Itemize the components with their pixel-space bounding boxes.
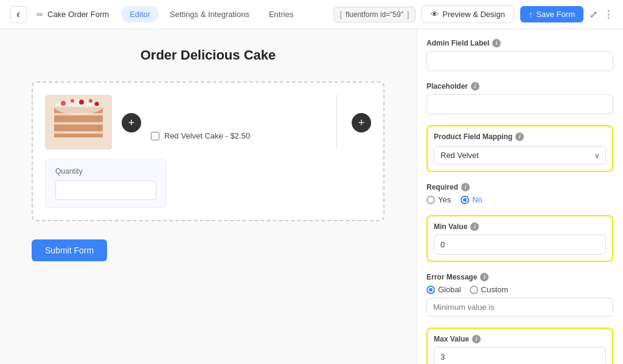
min-error-custom-label: Custom <box>481 285 509 294</box>
add-icon-1: + <box>128 117 135 129</box>
min-value-label: Min Value i <box>434 222 606 231</box>
svg-point-8 <box>71 99 74 103</box>
product-field-mapping-group: Product Field Mapping i Red Velvet Choco… <box>426 125 613 172</box>
min-error-global-label: Global <box>438 285 461 294</box>
min-value-input[interactable] <box>434 235 606 255</box>
required-yes-label: Yes <box>438 195 451 204</box>
required-no-option[interactable]: No <box>461 195 482 204</box>
cake-svg <box>45 95 112 149</box>
max-value-label: Max Value i <box>434 335 606 343</box>
submit-button[interactable]: Submit Form <box>32 239 107 261</box>
tab-settings[interactable]: Settings & Integrations <box>161 6 258 22</box>
tab-editor[interactable]: Editor <box>121 6 159 22</box>
placeholder-input[interactable] <box>426 94 613 114</box>
required-info-icon: i <box>461 183 470 191</box>
admin-field-input[interactable] <box>426 51 613 71</box>
product-mapping-info-icon: i <box>515 132 524 141</box>
fullscreen-icon[interactable]: ⤢ <box>590 9 597 20</box>
required-no-radio[interactable] <box>461 196 469 204</box>
max-value-group: Max Value i <box>426 328 613 364</box>
admin-field-label-group: Admin Field Label i <box>426 39 613 71</box>
required-label: Required i <box>426 183 613 191</box>
min-error-info-icon: i <box>480 273 489 281</box>
right-panel: Admin Field Label i Placeholder i Produc… <box>416 29 623 364</box>
min-error-custom-radio[interactable] <box>470 286 478 294</box>
form-title-text: Cake Order Form <box>47 10 109 19</box>
back-button[interactable]: ‹ <box>10 6 27 23</box>
max-value-input[interactable] <box>434 347 606 364</box>
main-layout: Order Delicious Cake <box>0 29 623 364</box>
required-no-label: No <box>472 195 482 204</box>
admin-field-info-icon: i <box>492 39 501 47</box>
quantity-input[interactable] <box>55 180 156 200</box>
shortcode-bracket-right: ] <box>407 10 409 19</box>
more-icon[interactable]: ⋮ <box>604 9 613 20</box>
nav-tabs: Editor Settings & Integrations Entries <box>121 6 302 22</box>
quantity-section: Quantity <box>45 159 167 208</box>
min-error-custom-option[interactable]: Custom <box>470 285 509 294</box>
quantity-label: Quantity <box>55 167 156 176</box>
svg-rect-4 <box>54 122 103 125</box>
product-mapping-select-wrapper: Red Velvet Chocolate Vanilla Strawberry … <box>434 146 606 165</box>
min-value-group: Min Value i <box>426 215 613 262</box>
required-radio-row: Yes No <box>426 195 613 204</box>
add-button-2[interactable]: + <box>352 113 371 132</box>
add-button-1[interactable]: + <box>122 113 141 132</box>
placeholder-group: Placeholder i <box>426 82 613 114</box>
product-row: + Red Velvet Cake - $2.50 + <box>45 95 371 149</box>
min-error-global-option[interactable]: Global <box>426 285 461 294</box>
admin-field-label-heading: Admin Field Label i <box>426 39 613 47</box>
svg-point-9 <box>79 100 84 105</box>
min-error-input[interactable] <box>426 298 613 317</box>
submit-area: Submit Form <box>32 233 385 261</box>
preview-label: Preview & Design <box>442 10 505 19</box>
edit-icon: ✏ <box>37 10 44 19</box>
placeholder-info-icon: i <box>471 82 479 91</box>
editor-canvas: Order Delicious Cake <box>0 29 416 364</box>
eye-icon: 👁 <box>431 10 439 19</box>
required-yes-radio[interactable] <box>426 196 435 204</box>
add-icon-2: + <box>358 117 365 129</box>
required-group: Required i Yes No <box>426 183 613 204</box>
max-value-info-icon: i <box>472 335 481 343</box>
product-divider <box>336 95 337 149</box>
save-button[interactable]: ↑ Save Form <box>520 6 583 22</box>
product-checkbox[interactable] <box>151 132 159 140</box>
top-nav: ‹ ✏ Cake Order Form Editor Settings & In… <box>0 0 623 29</box>
svg-point-10 <box>89 99 92 103</box>
save-label: Save Form <box>536 10 575 19</box>
min-error-global-radio[interactable] <box>426 286 435 294</box>
required-yes-option[interactable]: Yes <box>426 195 451 204</box>
svg-rect-5 <box>54 131 103 134</box>
min-error-group: Error Message i Global Custom <box>426 273 613 317</box>
tab-entries[interactable]: Entries <box>260 6 302 22</box>
shortcode-bracket-left: [ <box>340 10 342 19</box>
product-image <box>45 95 112 149</box>
min-error-label: Error Message i <box>426 273 613 281</box>
svg-point-11 <box>95 102 99 106</box>
svg-point-7 <box>61 101 66 106</box>
product-checkbox-label: Red Velvet Cake - $2.50 <box>164 131 250 140</box>
save-icon: ↑ <box>529 10 533 19</box>
form-card: + Red Velvet Cake - $2.50 + Quantity <box>32 81 385 221</box>
preview-button[interactable]: 👁 Preview & Design <box>422 5 514 23</box>
form-title-area: ✏ Cake Order Form <box>37 10 109 19</box>
product-checkbox-row: Red Velvet Cake - $2.50 <box>151 131 322 140</box>
nav-right: [ fluentform id="59" ] 👁 Preview & Desig… <box>333 5 613 23</box>
min-value-info-icon: i <box>470 222 479 231</box>
placeholder-heading: Placeholder i <box>426 82 613 91</box>
back-icon: ‹ <box>16 8 20 21</box>
product-mapping-select[interactable]: Red Velvet Chocolate Vanilla Strawberry <box>434 146 606 165</box>
shortcode-badge[interactable]: [ fluentform id="59" ] <box>333 7 416 22</box>
form-heading: Order Delicious Cake <box>24 47 392 63</box>
product-mapping-label: Product Field Mapping i <box>434 132 606 141</box>
product-content: Red Velvet Cake - $2.50 <box>151 95 322 140</box>
shortcode-text: fluentform id="59" <box>346 10 403 19</box>
cake-image-placeholder <box>45 95 112 149</box>
min-error-radio-row: Global Custom <box>426 285 613 294</box>
